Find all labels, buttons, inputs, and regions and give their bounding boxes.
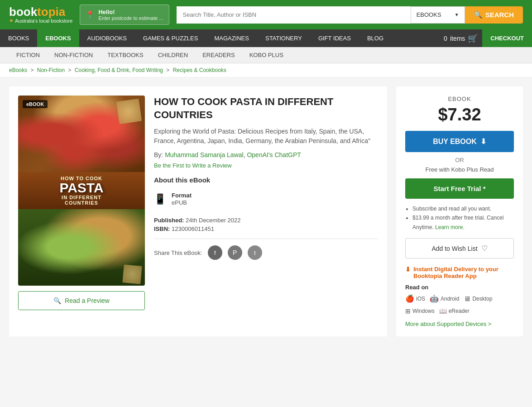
nav-magazines[interactable]: MAGAZINES <box>206 29 257 47</box>
nav-books[interactable]: BOOKS <box>0 29 37 47</box>
subnav-children[interactable]: CHILDREN <box>151 47 195 63</box>
book-subtitle: Exploring the World of Pasta: Delicious … <box>154 127 378 146</box>
book-authors-row: By: Muhammad Samanja Lawal, OpenAI's Cha… <box>154 151 378 158</box>
read-preview-label: Read a Preview <box>65 297 110 304</box>
chevron-down-icon: ▼ <box>455 12 459 17</box>
read-preview-button[interactable]: 🔍 Read a Preview <box>18 291 145 310</box>
book-section: eBOOK HOW TO COOK PASTA IN DIFFERENTCOUN… <box>9 86 387 336</box>
trial-bullet-2: $13.99 a month after free trial. Cancel … <box>412 213 514 232</box>
download-icon: ⬇ <box>480 137 486 146</box>
share-row: Share This eBook: f P t <box>154 245 378 260</box>
location-box[interactable]: 📍 Hello! Enter postcode to estimate ... <box>80 5 169 25</box>
cart-count-display: 0 items 🛒 <box>439 34 482 43</box>
subnav-fiction[interactable]: FICTION <box>9 47 47 63</box>
or-text: OR <box>405 157 514 163</box>
search-area: EBOOKS ▼ 🔍 SEARCH <box>177 6 523 24</box>
book-details: HOW TO COOK PASTA IN DIFFERENT COUNTRIES… <box>154 96 378 327</box>
heart-icon: ♡ <box>481 244 488 253</box>
trial-info: Subscribe and read all you want. $13.99 … <box>405 204 514 232</box>
ios-label: iOS <box>416 296 425 302</box>
platform-ios: 🍎 iOS <box>405 294 425 303</box>
location-subtitle: Enter postcode to estimate ... <box>98 15 163 21</box>
breadcrumb-recipes[interactable]: Recipes & Cookbooks <box>173 67 226 73</box>
isbn-row: ISBN: 1230006011451 <box>154 225 378 232</box>
search-button[interactable]: 🔍 SEARCH <box>465 6 523 24</box>
nav-ebooks[interactable]: EBOOKS <box>37 29 79 47</box>
tagline-text: Australia's local bookstore <box>15 18 72 24</box>
more-devices-link[interactable]: More about Supported Devices > <box>405 321 491 327</box>
breadcrumb-sep-1: > <box>30 67 34 73</box>
search-icon: 🔍 <box>474 11 483 19</box>
book-cover-wrapper: eBOOK HOW TO COOK PASTA IN DIFFERENTCOUN… <box>18 96 145 286</box>
nav-stationery[interactable]: STATIONERY <box>257 29 310 47</box>
learn-more-link[interactable]: Learn more. <box>435 224 465 230</box>
breadcrumb-cooking[interactable]: Cooking, Food & Drink, Food Writing <box>75 67 163 73</box>
nav-games[interactable]: GAMES & PUZZLES <box>135 29 206 47</box>
platform-ereader: 📖 eReader <box>439 307 470 315</box>
read-on-title: Read on <box>405 284 514 291</box>
book-cover-column: eBOOK HOW TO COOK PASTA IN DIFFERENTCOUN… <box>18 96 145 327</box>
wish-list-button[interactable]: Add to Wish List ♡ <box>405 238 514 259</box>
platforms-grid: 🍎 iOS 🤖 Android 🖥 Desktop ⊞ Windows 📖 eR… <box>405 294 514 315</box>
subnav-nonfiction[interactable]: NON-FICTION <box>47 47 100 63</box>
logo-book: book <box>9 5 37 19</box>
breadcrumb-nonfiction[interactable]: Non-Fiction <box>37 67 65 73</box>
share-label: Share This eBook: <box>154 249 202 256</box>
platform-desktop: 🖥 Desktop <box>464 294 492 303</box>
delivery-icon: ⬇ <box>405 266 411 273</box>
instant-delivery: ⬇ Instant Digital Delivery to your Bookt… <box>405 266 514 279</box>
subnav-textbooks[interactable]: TEXTBOOKS <box>100 47 150 63</box>
checkout-button[interactable]: CHECKOUT <box>482 29 532 47</box>
nav-sub: FICTION NON-FICTION TEXTBOOKS CHILDREN E… <box>0 47 532 63</box>
search-input[interactable] <box>177 6 411 24</box>
desktop-label: Desktop <box>472 296 492 302</box>
book-title: HOW TO COOK PASTA IN DIFFERENT COUNTRIES <box>154 96 378 121</box>
format-label: Format <box>172 192 192 199</box>
logo: booktopia ★ Australia's local bookstore <box>9 6 72 24</box>
author-2-link[interactable]: OpenAI's ChatGPT <box>247 151 301 158</box>
header: booktopia ★ Australia's local bookstore … <box>0 0 532 29</box>
about-title: About this eBook <box>154 176 378 184</box>
nav-audiobooks[interactable]: AUDIOBOOKS <box>79 29 135 47</box>
search-button-label: SEARCH <box>485 11 514 19</box>
logo-tagline: ★ Australia's local bookstore <box>9 18 72 24</box>
published-label: Published: <box>154 217 184 224</box>
format-value: ePUB <box>172 199 187 206</box>
author-1-link[interactable]: Muhammad Samanja Lawal <box>165 151 244 158</box>
search-category-dropdown[interactable]: EBOOKS ▼ <box>411 6 465 24</box>
isbn-label: ISBN: <box>154 225 170 232</box>
breadcrumb: eBooks > Non-Fiction > Cooking, Food & D… <box>0 63 532 77</box>
windows-icon: ⊞ <box>405 307 411 315</box>
format-icon: 📱 <box>154 193 166 205</box>
pinterest-share-button[interactable]: P <box>228 245 242 260</box>
buy-ebook-button[interactable]: BUY EBOOK ⬇ <box>405 131 514 152</box>
twitter-share-button[interactable]: t <box>248 245 262 260</box>
review-link[interactable]: Be the First to Write a Review <box>154 162 378 169</box>
android-icon: 🤖 <box>430 294 439 303</box>
cart-items-label: items <box>450 35 465 42</box>
authors-prefix: By: <box>154 151 163 158</box>
published-value: 24th December 2022 <box>186 217 240 224</box>
format-row: 📱 Format ePUB <box>154 188 378 210</box>
nav-blog[interactable]: BLOG <box>359 29 392 47</box>
facebook-share-button[interactable]: f <box>208 245 222 260</box>
nav-main: BOOKS EBOOKS AUDIOBOOKS GAMES & PUZZLES … <box>0 29 532 47</box>
breadcrumb-ebooks[interactable]: eBooks <box>9 67 27 73</box>
panel-price: $7.32 <box>405 105 514 124</box>
nav-gift[interactable]: GIFT IDEAS <box>310 29 359 47</box>
breadcrumb-sep-2: > <box>68 67 71 73</box>
divider <box>154 239 378 239</box>
panel-type-label: EBOOK <box>405 96 514 102</box>
trial-bullet-1: Subscribe and read all you want. <box>412 204 514 213</box>
logo-topia: topia <box>37 5 65 19</box>
android-label: Android <box>441 296 459 302</box>
subnav-ereaders[interactable]: EREADERS <box>195 47 242 63</box>
main-content: eBOOK HOW TO COOK PASTA IN DIFFERENTCOUN… <box>0 77 532 345</box>
subnav-kobo[interactable]: KOBO PLUS <box>242 47 291 63</box>
ereader-icon: 📖 <box>439 307 447 315</box>
location-title: Hello! <box>98 9 163 15</box>
location-pin-icon: 📍 <box>86 10 95 19</box>
breadcrumb-sep-3: > <box>166 67 169 73</box>
star-icon: ★ <box>9 18 14 24</box>
start-trial-button[interactable]: Start Free Trial * <box>405 178 514 199</box>
